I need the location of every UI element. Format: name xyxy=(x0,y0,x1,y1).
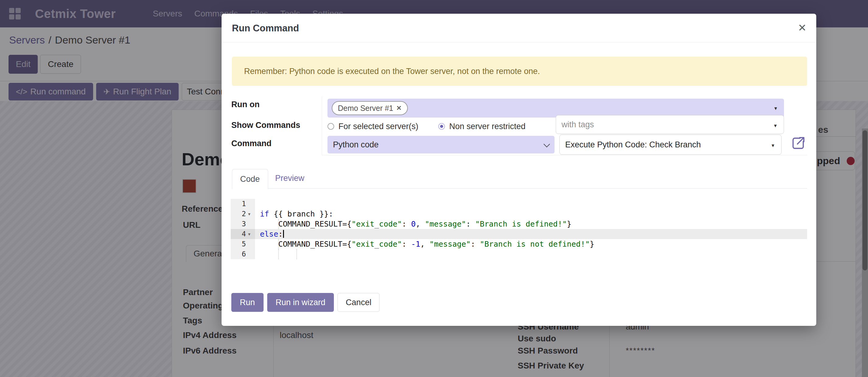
radio-for-selected-servers[interactable] xyxy=(328,123,334,130)
indent-guide xyxy=(297,249,297,259)
code-token: {{ branch }}: xyxy=(269,209,333,219)
modal-title: Run Command xyxy=(232,23,299,34)
command-reference-value: Execute Python Code: Check Branch xyxy=(565,140,701,149)
external-link-icon[interactable] xyxy=(791,136,805,150)
editor-code-line[interactable]: COMMAND_RESULT={"exit_code": -1, "messag… xyxy=(255,239,807,249)
code-token: "message" xyxy=(425,220,466,228)
line-number: 2 xyxy=(234,209,246,219)
code-token: 0 xyxy=(411,220,416,228)
line-number: 3 xyxy=(234,219,246,229)
code-token: : xyxy=(470,240,479,249)
warning-banner: Remember: Python code is executed on the… xyxy=(232,57,807,86)
code-editor[interactable]: 12▾if {{ branch }}:3 COMMAND_RESULT={"ex… xyxy=(231,199,807,259)
show-commands-label: Show Commands xyxy=(231,121,300,130)
editor-code-line[interactable]: else: xyxy=(255,229,807,239)
command-type-select[interactable]: Python code xyxy=(328,136,555,153)
run-button[interactable]: Run xyxy=(231,293,264,312)
code-token: } xyxy=(567,220,571,228)
fold-arrow-icon[interactable]: ▾ xyxy=(246,209,253,219)
code-token: } xyxy=(590,240,594,249)
editor-code-line[interactable]: COMMAND_RESULT={"exit_code": 0, "message… xyxy=(255,219,807,229)
line-number: 6 xyxy=(234,249,246,259)
editor-line-6: 6 xyxy=(231,249,807,259)
command-type-value: Python code xyxy=(333,140,379,149)
run-in-wizard-button[interactable]: Run in wizard xyxy=(267,293,334,312)
code-token: COMMAND_RESULT={ xyxy=(260,220,351,228)
editor-line-5: 5 COMMAND_RESULT={"exit_code": -1, "mess… xyxy=(231,239,807,249)
code-token: : xyxy=(402,240,411,249)
radio-non-server-restricted-label[interactable]: Non server restricted xyxy=(449,122,526,131)
tab-preview[interactable]: Preview xyxy=(275,174,304,183)
indent-guide xyxy=(278,239,279,249)
chevron-down-icon: ▼ xyxy=(773,106,778,111)
tag-remove-icon[interactable]: ✕ xyxy=(396,105,402,112)
line-number: 1 xyxy=(234,199,246,209)
command-label: Command xyxy=(231,139,272,148)
radio-for-selected-servers-label[interactable]: For selected server(s) xyxy=(338,122,418,131)
code-token: , xyxy=(420,240,429,249)
server-tag[interactable]: Demo Server #1 ✕ xyxy=(332,101,408,115)
text-cursor xyxy=(283,230,284,238)
code-token: "exit_code" xyxy=(351,240,402,249)
tabs-underline xyxy=(232,188,807,188)
run-on-field[interactable]: Demo Server #1 ✕ ▼ xyxy=(328,99,784,118)
cancel-button[interactable]: Cancel xyxy=(338,293,379,312)
editor-line-4: 4▾else: xyxy=(231,229,807,239)
indent-guide xyxy=(278,249,279,259)
radio-non-server-restricted[interactable] xyxy=(438,123,445,130)
code-token: "Branch is not defined!" xyxy=(480,240,590,249)
editor-line-2: 2▾if {{ branch }}: xyxy=(231,209,807,219)
select-chevron-icon xyxy=(544,141,550,147)
modal-header-divider xyxy=(222,42,816,42)
code-token: "message" xyxy=(429,240,470,249)
editor-gutter-cell: 2▾ xyxy=(231,209,255,219)
line-number: 5 xyxy=(234,239,246,249)
form-column-divider xyxy=(322,96,322,155)
editor-gutter-cell: 5 xyxy=(231,239,255,249)
chevron-down-icon: ▼ xyxy=(773,123,778,128)
editor-gutter-cell: 6 xyxy=(231,249,255,259)
with-tags-dropdown[interactable]: with tags ▼ xyxy=(556,115,784,134)
server-tag-label: Demo Server #1 xyxy=(338,104,393,113)
editor-code-line[interactable] xyxy=(255,249,807,259)
form-row-divider xyxy=(322,155,807,155)
code-token: -1 xyxy=(411,240,420,249)
run-command-modal: Run Command ✕ Remember: Python code is e… xyxy=(222,14,816,326)
code-token: : xyxy=(466,220,475,228)
editor-code-line[interactable]: if {{ branch }}: xyxy=(255,209,807,219)
code-token: if xyxy=(260,209,269,219)
fold-arrow-icon[interactable]: ▾ xyxy=(246,229,253,239)
code-token: : xyxy=(402,220,411,228)
close-icon[interactable]: ✕ xyxy=(798,22,807,34)
editor-gutter-cell: 4▾ xyxy=(231,229,255,239)
chevron-down-icon: ▼ xyxy=(771,143,775,148)
line-number: 4 xyxy=(234,229,246,239)
command-reference-dropdown[interactable]: Execute Python Code: Check Branch ▼ xyxy=(559,135,781,155)
tab-code[interactable]: Code xyxy=(232,169,268,189)
code-token: COMMAND_RESULT={ xyxy=(260,240,351,249)
editor-gutter-cell: 1 xyxy=(231,199,255,209)
with-tags-placeholder: with tags xyxy=(561,120,594,129)
code-token: , xyxy=(416,220,425,228)
editor-line-1: 1 xyxy=(231,199,807,209)
code-token: else xyxy=(260,230,278,238)
code-token: "Branch is defined!" xyxy=(475,220,567,228)
modal-footer: Run Run in wizard Cancel xyxy=(231,293,379,312)
indent-guide xyxy=(278,219,279,229)
run-on-label: Run on xyxy=(231,100,259,109)
editor-gutter-cell: 3 xyxy=(231,219,255,229)
code-token: : xyxy=(278,230,283,238)
screen: Cetmix Tower ServersCommandsFilesToolsSe… xyxy=(0,0,868,377)
code-token: "exit_code" xyxy=(351,220,402,228)
editor-line-3: 3 COMMAND_RESULT={"exit_code": 0, "messa… xyxy=(231,219,807,229)
editor-code-line[interactable] xyxy=(255,199,807,209)
